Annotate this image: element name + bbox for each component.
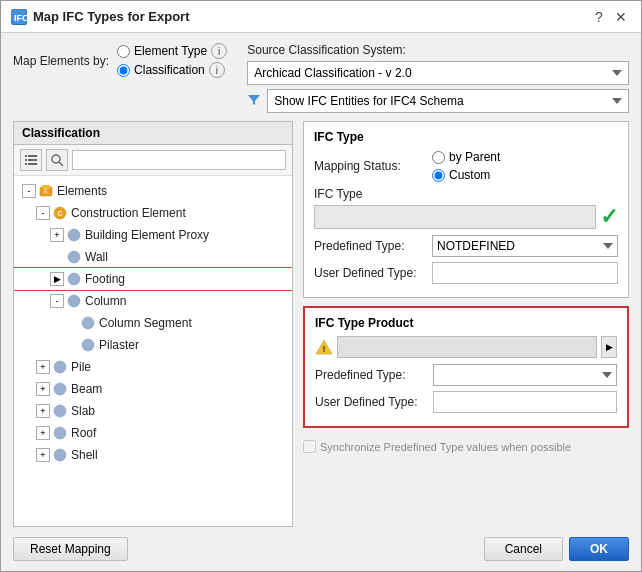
- svg-point-19: [82, 317, 94, 329]
- tree-item-wall[interactable]: Wall: [14, 246, 292, 268]
- svg-point-21: [54, 361, 66, 373]
- beam-icon: [52, 381, 68, 397]
- tree-item-column[interactable]: - Column: [14, 290, 292, 312]
- svg-rect-4: [25, 159, 27, 161]
- radio-custom[interactable]: [432, 169, 445, 182]
- svg-point-24: [54, 427, 66, 439]
- ifc-type-box: IFC Type Mapping Status: by Parent Custo…: [303, 121, 629, 298]
- svg-point-16: [68, 251, 80, 263]
- svg-point-23: [54, 405, 66, 417]
- svg-rect-5: [28, 159, 37, 161]
- user-defined-input[interactable]: [432, 262, 618, 284]
- tree-item-column-segment[interactable]: Column Segment: [14, 312, 292, 334]
- product-arrow-button[interactable]: ▶: [601, 336, 617, 358]
- user-defined2-input[interactable]: [433, 391, 617, 413]
- tree-item-elements[interactable]: - E Elements: [14, 180, 292, 202]
- custom-row: Custom: [432, 168, 500, 182]
- predefined-type-row: Predefined Type: NOTDEFINED: [314, 235, 618, 257]
- tree-list-view-button[interactable]: [20, 149, 42, 171]
- radio-by-parent[interactable]: [432, 151, 445, 164]
- tree-search-input[interactable]: [72, 150, 286, 170]
- mapping-status-label: Mapping Status:: [314, 159, 424, 173]
- svg-point-20: [82, 339, 94, 351]
- svg-text:!: !: [323, 344, 326, 354]
- mapping-radios: by Parent Custom: [432, 150, 500, 182]
- predefined-select[interactable]: NOTDEFINED: [432, 235, 618, 257]
- tree-item-construction[interactable]: - C Construction Element: [14, 202, 292, 224]
- tree-item-pile[interactable]: + Pile: [14, 356, 292, 378]
- tree-item-slab[interactable]: + Slab: [14, 400, 292, 422]
- by-parent-label: by Parent: [449, 150, 500, 164]
- svg-point-22: [54, 383, 66, 395]
- svg-text:IFC: IFC: [14, 13, 27, 23]
- segment-icon: [80, 315, 96, 331]
- classification-tree[interactable]: - E Elements -: [14, 176, 292, 526]
- expand-elements[interactable]: -: [22, 184, 36, 198]
- radio-element-type[interactable]: [117, 45, 130, 58]
- footing-label: Footing: [85, 272, 125, 286]
- expand-roof[interactable]: +: [36, 426, 50, 440]
- elements-label: Elements: [57, 184, 107, 198]
- radio-row-element-type: Element Type i: [117, 43, 227, 59]
- svg-line-9: [59, 162, 63, 166]
- title-buttons: ? ✕: [589, 7, 631, 27]
- ifc-product-box: IFC Type Product ! ▶ Predefined Type:: [303, 306, 629, 428]
- close-button[interactable]: ✕: [611, 7, 631, 27]
- roof-icon: [52, 425, 68, 441]
- expand-pile[interactable]: +: [36, 360, 50, 374]
- help-button[interactable]: ?: [589, 7, 609, 27]
- pilaster-icon: [80, 337, 96, 353]
- radio-element-type-label: Element Type: [134, 44, 207, 58]
- info-classification[interactable]: i: [209, 62, 225, 78]
- tree-item-pilaster[interactable]: Pilaster: [14, 334, 292, 356]
- sync-checkbox[interactable]: [303, 440, 316, 453]
- roof-label: Roof: [71, 426, 96, 440]
- map-elements-label: Map Elements by:: [13, 54, 109, 68]
- expand-beam[interactable]: +: [36, 382, 50, 396]
- svg-point-18: [68, 295, 80, 307]
- title-bar: IFC Map IFC Types for Export ? ✕: [1, 1, 641, 33]
- shell-icon: [52, 447, 68, 463]
- tree-item-building-proxy[interactable]: + Building Element Proxy: [14, 224, 292, 246]
- source-combo[interactable]: Archicad Classification - v 2.0: [247, 61, 629, 85]
- svg-rect-6: [25, 163, 27, 165]
- classification-panel: Classification: [13, 121, 293, 527]
- expand-footing[interactable]: ▶: [50, 272, 64, 286]
- radio-classification-label: Classification: [134, 63, 205, 77]
- radio-classification[interactable]: [117, 64, 130, 77]
- right-panel: IFC Type Mapping Status: by Parent Custo…: [303, 121, 629, 527]
- dialog-icon: IFC: [11, 9, 27, 25]
- expand-slab[interactable]: +: [36, 404, 50, 418]
- by-parent-row: by Parent: [432, 150, 500, 164]
- map-elements-section: Map Elements by: Element Type i Classifi…: [13, 43, 227, 78]
- tree-item-roof[interactable]: + Roof: [14, 422, 292, 444]
- bottom-section: Reset Mapping Cancel OK: [13, 531, 629, 561]
- svg-point-15: [68, 229, 80, 241]
- product-input[interactable]: [337, 336, 597, 358]
- expand-building-proxy[interactable]: +: [50, 228, 64, 242]
- tree-item-shell[interactable]: + Shell: [14, 444, 292, 466]
- source-label: Source Classification System:: [247, 43, 629, 57]
- tree-item-footing[interactable]: ▶ Footing: [14, 268, 292, 290]
- predefined2-select[interactable]: [433, 364, 617, 386]
- wall-label: Wall: [85, 250, 108, 264]
- pile-icon: [52, 359, 68, 375]
- filter-combo[interactable]: Show IFC Entities for IFC4 Schema: [267, 89, 629, 113]
- svg-rect-7: [28, 163, 37, 165]
- expand-construction[interactable]: -: [36, 206, 50, 220]
- expand-shell[interactable]: +: [36, 448, 50, 462]
- ifc-type-input[interactable]: IfcFooting: [314, 205, 596, 229]
- source-section: Source Classification System: Archicad C…: [247, 43, 629, 113]
- ok-button[interactable]: OK: [569, 537, 629, 561]
- slab-label: Slab: [71, 404, 95, 418]
- classification-header: Classification: [14, 122, 292, 145]
- cancel-button[interactable]: Cancel: [484, 537, 563, 561]
- tree-item-beam[interactable]: + Beam: [14, 378, 292, 400]
- reset-mapping-button[interactable]: Reset Mapping: [13, 537, 128, 561]
- column-label: Column: [85, 294, 126, 308]
- tree-search-toggle-button[interactable]: [46, 149, 68, 171]
- user-defined2-row: User Defined Type:: [315, 391, 617, 413]
- construction-icon: C: [52, 205, 68, 221]
- info-element-type[interactable]: i: [211, 43, 227, 59]
- expand-column[interactable]: -: [50, 294, 64, 308]
